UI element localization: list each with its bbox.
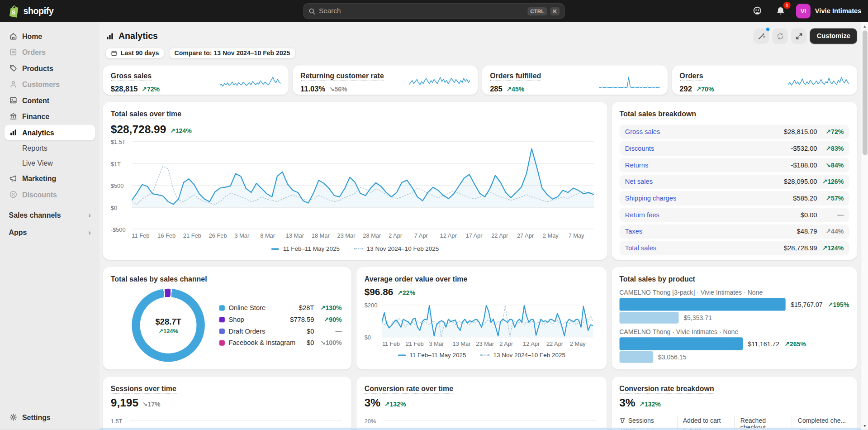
refresh-button[interactable] — [773, 28, 788, 43]
customize-button[interactable]: Customize — [810, 28, 857, 43]
conversion-rate-breakdown-card: Conversion rate breakdown 3% ↗132% Sessi… — [612, 377, 857, 430]
assistant-button[interactable] — [749, 3, 765, 19]
donut-center-value: $28.7T — [155, 316, 181, 326]
channel-row: Facebook & Instagram$0↘100% — [219, 339, 342, 346]
metric-delta: ↗132% — [639, 401, 661, 408]
kpi-card-returning-customer-rate: Returning customer rate 11.03% ↘56% — [293, 65, 478, 95]
metric-title[interactable]: Total sales by sales channel — [111, 275, 207, 284]
metric-value: 292 — [679, 85, 692, 93]
metric-title[interactable]: Orders fulfilled — [490, 72, 541, 81]
breakdown-row: Discounts-$532.00↗83% — [620, 141, 849, 156]
metric-title[interactable]: Total sales over time — [111, 110, 181, 119]
sidebar-item-analytics[interactable]: Analytics — [5, 124, 95, 140]
sidebar-item-discounts[interactable]: Discounts — [5, 186, 95, 202]
search-input[interactable]: Search CTRL K — [304, 3, 565, 19]
breakdown-row: Taxes$48.79↗44% — [620, 225, 849, 239]
sparkline-chart — [219, 76, 280, 90]
sidebar-item-orders[interactable]: Orders — [5, 44, 95, 60]
sidebar-section-sales-channels[interactable]: Sales channels › — [9, 211, 91, 219]
date-range-filter[interactable]: Last 90 days — [105, 48, 165, 58]
metric-title[interactable]: Average order value over time — [365, 275, 468, 284]
chart-legend: 11 Feb–11 May 2025 13 Nov 2024–10 Feb 20… — [111, 245, 600, 252]
metric-delta: ↗72% — [142, 85, 160, 93]
store-menu[interactable]: VI Vivie Intimates — [796, 4, 861, 19]
sidebar-item-settings[interactable]: Settings — [5, 409, 95, 425]
metric-title[interactable]: Conversion rate breakdown — [619, 384, 714, 394]
metric-title[interactable]: Gross sales — [111, 72, 152, 81]
discounts-icon — [9, 190, 18, 199]
breakdown-row: Returns-$188.00↘84% — [620, 158, 849, 172]
sidebar-item-reports[interactable]: Reports — [5, 141, 95, 155]
kpi-card-gross-sales: Gross sales $28,815 ↗72% — [103, 65, 288, 95]
assistant-icon — [752, 5, 763, 16]
breakdown-link[interactable]: Gross sales — [625, 128, 660, 136]
breakdown-link[interactable]: Discounts — [625, 144, 654, 152]
vertical-scrollbar[interactable]: ▲ ▼ — [861, 22, 868, 430]
horizontal-scrollbar[interactable] — [100, 428, 861, 430]
funnel-icon — [619, 417, 625, 423]
metric-title[interactable]: Sessions over time — [111, 384, 176, 394]
metric-value: 9,195 — [111, 397, 138, 409]
magic-edit-button[interactable] — [754, 28, 769, 43]
metric-title[interactable]: Conversion rate over time — [365, 384, 453, 394]
kpi-row: Gross sales $28,815 ↗72% Returning custo… — [103, 65, 857, 95]
sidebar-item-products[interactable]: Products — [5, 60, 95, 76]
breakdown-link[interactable]: Taxes — [625, 228, 642, 235]
sidebar-item-customers[interactable]: Customers — [5, 76, 95, 92]
metric-delta: ↗132% — [384, 401, 406, 408]
metric-value: 3% — [365, 397, 380, 409]
gear-icon — [9, 413, 18, 422]
scroll-up-arrow[interactable]: ▲ — [863, 22, 866, 30]
ctrl-key-badge: CTRL — [527, 7, 547, 15]
sidebar-item-live-view[interactable]: Live View — [5, 156, 95, 170]
sales-by-product-card: Total sales by product CAMELNO Thong [3-… — [612, 267, 857, 369]
topbar: S shopify Search CTRL K — [0, 0, 868, 22]
previous-period-bar — [619, 312, 678, 324]
channel-donut-chart: $28.7T ↗124% — [132, 289, 205, 362]
metric-value: 3% — [619, 397, 635, 409]
breakdown-link[interactable]: Return fees — [625, 211, 659, 219]
breakdown-link[interactable]: Total sales — [625, 244, 656, 252]
total-sales-line-chart: $1.5T $1T $500 $0 -$500 — [111, 141, 600, 229]
compare-period-swatch — [354, 248, 363, 249]
current-period-swatch — [271, 248, 279, 250]
product-group: CAMELNO Thong · Vivie Intimates · None $… — [619, 329, 849, 363]
sparkline-chart — [599, 76, 660, 90]
shopify-logo[interactable]: S shopify — [0, 5, 62, 18]
notification-badge: 1 — [783, 2, 791, 9]
current-period-bar — [619, 298, 786, 311]
breakdown-link[interactable]: Net sales — [625, 178, 653, 186]
sidebar-section-apps[interactable]: Apps › — [9, 228, 91, 236]
metric-title[interactable]: Returning customer rate — [300, 72, 384, 81]
metric-title[interactable]: Total sales breakdown — [620, 110, 696, 119]
sidebar-item-marketing[interactable]: Marketing — [5, 171, 95, 186]
refresh-icon — [776, 32, 784, 40]
breakdown-link[interactable]: Shipping charges — [625, 195, 676, 202]
x-axis-labels: 11 Feb21 Feb3 Mar13 Mar23 Mar2 Apr12 Apr… — [382, 340, 593, 347]
notifications-button[interactable]: 1 — [773, 3, 788, 19]
shopify-bag-icon: S — [8, 5, 20, 18]
home-icon — [9, 32, 18, 41]
breakdown-link[interactable]: Returns — [625, 161, 648, 169]
metric-title[interactable]: Total sales by product — [619, 275, 695, 284]
scroll-down-arrow[interactable]: ▼ — [863, 421, 866, 430]
channel-swatch — [219, 328, 225, 334]
sidebar-item-home[interactable]: Home — [5, 28, 95, 43]
metric-value: 285 — [490, 85, 503, 93]
sessions-over-time-card: Sessions over time 9,195 ↘17% 1.5T — [103, 377, 352, 430]
scrollbar-thumb[interactable] — [862, 30, 867, 155]
sidebar-item-content[interactable]: Content — [5, 92, 95, 108]
expand-button[interactable] — [791, 28, 806, 43]
chevron-right-icon: › — [88, 211, 90, 219]
content-icon — [9, 96, 18, 105]
sidebar-item-finance[interactable]: Finance — [5, 109, 95, 124]
current-period-swatch — [398, 354, 406, 356]
current-period-bar — [619, 337, 743, 350]
compare-filter[interactable]: Compare to: 13 Nov 2024–10 Feb 2025 — [169, 48, 295, 58]
svg-text:S: S — [12, 10, 15, 16]
finance-icon — [9, 112, 18, 121]
metric-title[interactable]: Orders — [679, 72, 703, 81]
average-order-value-card: Average order value over time $96.86 ↗22… — [357, 267, 607, 369]
products-icon — [9, 64, 18, 73]
marketing-icon — [9, 174, 18, 183]
